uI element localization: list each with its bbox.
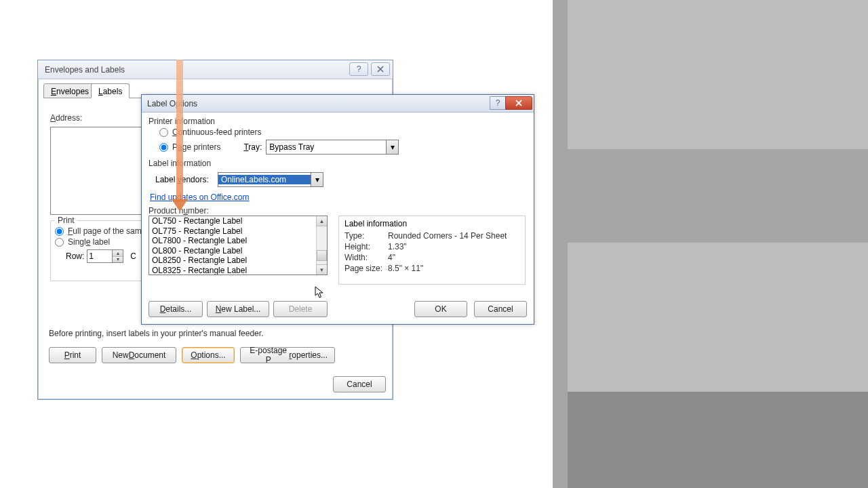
info-type-val: Rounded Corners - 14 Per Sheet — [388, 231, 507, 241]
delete-button: Delete — [273, 301, 328, 317]
product-listbox[interactable]: OL750 - Rectangle Label OL775 - Rectangl… — [149, 216, 328, 275]
dialog1-close-button[interactable] — [371, 62, 390, 76]
info-height-val: 1.33" — [388, 242, 407, 251]
dialog2-cancel-button[interactable]: Cancel — [474, 301, 527, 317]
info-page-val: 8.5" × 11" — [388, 264, 423, 273]
radio-page-printers-input[interactable] — [159, 143, 168, 152]
ok-button[interactable]: OK — [414, 301, 467, 317]
tray-value: Bypass Tray — [267, 142, 386, 152]
dialog2-titlebar: Label Options ? — [142, 95, 534, 113]
list-item[interactable]: OL7800 - Rectangle Label — [149, 236, 316, 246]
info-page-key: Page size: — [344, 264, 388, 273]
office-updates-link[interactable]: Find updates on Office.com — [150, 192, 250, 202]
dialog1-title: Envelopes and Labels — [45, 65, 125, 75]
info-height-key: Height: — [344, 242, 388, 251]
radio-full-page-input[interactable] — [55, 227, 64, 236]
label-options-dialog: Label Options ? Printer information Cont… — [141, 94, 534, 325]
vendors-combo[interactable]: OnlineLabels.com ▾ — [218, 172, 323, 187]
address-label: Address: — [50, 113, 82, 123]
vendors-label: Label vendors: — [155, 175, 214, 184]
product-number-label: Product number: — [149, 206, 527, 216]
product-list-items: OL750 - Rectangle Label OL775 - Rectangl… — [149, 216, 316, 275]
radio-page-printers[interactable]: Page printers — [159, 142, 220, 152]
scroll-thumb[interactable] — [317, 250, 327, 261]
label-info-panel: Label information Type:Rounded Corners -… — [338, 216, 526, 285]
list-item[interactable]: OL750 - Rectangle Label — [149, 216, 316, 226]
list-item[interactable]: OL8325 - Rectangle Label — [149, 266, 316, 276]
dialog2-title: Label Options — [147, 99, 197, 108]
new-label-button[interactable]: New Label... — [207, 301, 269, 317]
epostage-button[interactable]: E-postage Properties... — [240, 347, 335, 363]
scroll-down-button[interactable]: ▼ — [316, 264, 328, 275]
info-panel-title: Label information — [344, 219, 519, 228]
row-spinner[interactable]: ▲ ▼ — [87, 249, 123, 263]
dialog1-cancel-button[interactable]: Cancel — [333, 376, 386, 392]
printer-info-label: Printer information — [149, 117, 527, 126]
scroll-track[interactable] — [317, 226, 327, 265]
label-info-section: Label information — [149, 159, 527, 168]
vendors-value: OnlineLabels.com — [218, 175, 311, 184]
details-button[interactable]: Details... — [149, 301, 203, 317]
list-item[interactable]: OL800 - Rectangle Label — [149, 246, 316, 256]
tab-labels[interactable]: Labels — [91, 83, 130, 98]
row-label: Row: — [66, 251, 84, 261]
tray-combo-arrow[interactable]: ▾ — [386, 140, 398, 154]
dialog2-right-buttons: OK Cancel — [414, 301, 527, 317]
tab-envelopes[interactable]: Envelopes — [43, 83, 96, 98]
address-textarea[interactable] — [50, 127, 142, 215]
list-item[interactable]: OL775 - Rectangle Label — [149, 226, 316, 237]
radio-continuous-input[interactable] — [159, 128, 168, 137]
dialog1-help-button[interactable]: ? — [349, 62, 368, 76]
tray-label: Tray: — [243, 142, 262, 152]
print-button[interactable]: Print — [49, 347, 96, 363]
bg-band-3 — [568, 392, 868, 488]
vendors-combo-arrow[interactable]: ▾ — [311, 173, 323, 186]
bg-band-1 — [568, 0, 868, 149]
options-button[interactable]: Options... — [182, 347, 235, 363]
dialog2-close-button[interactable] — [505, 96, 532, 110]
tray-combo[interactable]: Bypass Tray ▾ — [266, 140, 399, 155]
info-width-key: Width: — [344, 253, 388, 262]
dialog2-left-buttons: Details... New Label... Delete — [149, 301, 328, 317]
radio-continuous[interactable]: Continuous-feed printers — [159, 127, 523, 137]
info-width-val: 4" — [388, 253, 395, 262]
info-type-key: Type: — [344, 231, 388, 241]
scroll-up-button[interactable]: ▲ — [316, 216, 328, 226]
dialog1-titlebar: Envelopes and Labels ? — [38, 60, 393, 79]
new-document-button[interactable]: New Document — [102, 347, 176, 363]
dialog2-help-button[interactable]: ? — [490, 96, 506, 110]
dialog1-button-row: Print New Document Options... E-postage … — [49, 347, 335, 363]
row-input[interactable] — [87, 250, 112, 262]
print-legend: Print — [55, 216, 77, 225]
radio-single-label-input[interactable] — [55, 238, 64, 247]
bg-band-2 — [568, 243, 868, 392]
row-spin-up[interactable]: ▲ — [113, 250, 123, 257]
footer-note: Before printing, insert labels in your p… — [49, 329, 263, 338]
list-item[interactable]: OL8250 - Rectangle Label — [149, 256, 316, 266]
listbox-scrollbar[interactable]: ▲ ▼ — [316, 216, 327, 274]
col-label-trunc: C — [130, 251, 136, 261]
row-spin-down[interactable]: ▼ — [113, 257, 123, 263]
background-panel — [553, 0, 868, 488]
